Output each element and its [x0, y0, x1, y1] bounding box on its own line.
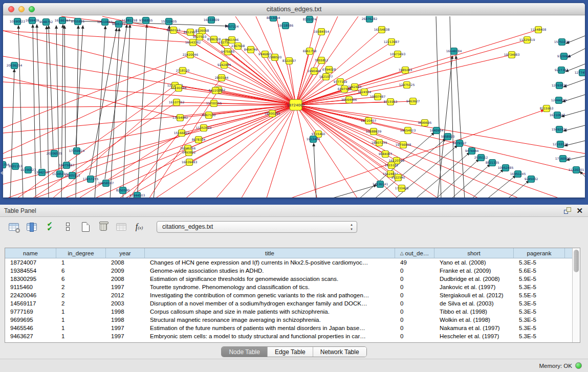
close-panel-icon[interactable]: ✕	[576, 207, 583, 214]
select-all-button[interactable]: ✔✔	[43, 220, 56, 233]
graph-node[interactable]: 11353594	[196, 125, 212, 132]
graph-node[interactable]: 15692931	[552, 126, 568, 133]
table-scrollbar[interactable]	[572, 248, 580, 342]
zoom-window-button[interactable]	[29, 6, 35, 12]
graph-node[interactable]: 20036254	[7, 62, 23, 69]
graph-node[interactable]: 9048752	[39, 19, 53, 26]
network-graph[interactable]: 1830029586601238912955822605893275031654…	[3, 16, 585, 198]
graph-node[interactable]: 13942737	[34, 169, 50, 176]
graph-node[interactable]: 12103125	[553, 141, 569, 148]
table-row[interactable]: 977716911998Corpus callosum shape and si…	[5, 308, 572, 316]
table-row[interactable]: 1456911722003Disruption of a novel membe…	[5, 299, 572, 308]
graph-node[interactable]: 16033809	[204, 17, 220, 24]
graph-node[interactable]: 19734983	[504, 52, 520, 58]
table-selector-dropdown[interactable]: citations_edges.txt ▲▼	[157, 221, 357, 233]
network-window[interactable]: citations_edges.txt 18300295866012389129…	[3, 3, 585, 198]
graph-node[interactable]: 18300295	[265, 111, 280, 117]
graph-node[interactable]: 19384554	[314, 29, 330, 35]
graph-node[interactable]: 1733426	[395, 185, 409, 192]
graph-node[interactable]: 9245032	[525, 176, 538, 183]
graph-node[interactable]: 3624554	[358, 89, 372, 96]
graph-node[interactable]: 12444159	[551, 97, 567, 104]
column-header-title[interactable]: title	[145, 248, 395, 258]
graph-node[interactable]: 11548408	[531, 27, 547, 33]
graph-node[interactable]: 8226058	[195, 28, 209, 34]
delete-column-button[interactable]	[97, 220, 110, 233]
graph-node[interactable]: 12774566	[575, 70, 585, 76]
table-row[interactable]: 969969511998Structural magnetic resonanc…	[5, 316, 572, 324]
graph-node[interactable]: 1659409	[26, 17, 39, 24]
graph-node[interactable]: 16154838	[374, 27, 390, 33]
graph-node[interactable]: 2367608	[231, 43, 245, 50]
graph-node[interactable]: 1588520	[268, 54, 282, 61]
graph-node[interactable]: 2935112	[474, 155, 488, 161]
network-canvas[interactable]: 1830029586601238912955822605893275031654…	[3, 16, 585, 198]
table-row[interactable]: 946362711997Embryonic stem cells: a mode…	[5, 332, 572, 340]
graph-node[interactable]: 8755811	[71, 18, 85, 25]
graph-node[interactable]: 12610651	[97, 19, 113, 26]
table-row[interactable]: 1830029562008Estimation of significance …	[5, 275, 572, 283]
graph-node[interactable]: 20206535	[47, 150, 62, 157]
graph-node[interactable]: 17957255	[83, 176, 99, 183]
table-settings-button[interactable]	[7, 220, 20, 233]
column-header-name[interactable]: name	[5, 248, 56, 258]
graph-node[interactable]: 8322037	[282, 58, 296, 64]
delete-table-button[interactable]	[115, 220, 128, 233]
deselect-all-button[interactable]	[61, 220, 74, 233]
table-row[interactable]: 1938455462009Genome-wide association stu…	[5, 267, 572, 275]
graph-node[interactable]: 1913484	[307, 136, 320, 143]
graph-node[interactable]: 16166157	[55, 17, 71, 24]
graph-node[interactable]: 5493822	[182, 149, 196, 156]
tab-network-table[interactable]: Network Table	[313, 347, 366, 357]
graph-node[interactable]: 8813054	[267, 16, 280, 21]
graph-node[interactable]: 12905113	[64, 172, 80, 179]
float-panel-icon[interactable]	[564, 207, 571, 214]
table-row[interactable]: 946554611997Estimation of the future num…	[5, 324, 572, 332]
graph-node[interactable]: 10590822	[10, 18, 26, 25]
graph-node[interactable]: 7857224	[225, 24, 239, 30]
graph-node[interactable]: 9227343	[555, 67, 569, 74]
graph-node[interactable]: 15720407	[361, 118, 377, 124]
graph-node[interactable]: 6961758	[303, 48, 317, 55]
tab-edge-table[interactable]: Edge Table	[268, 347, 313, 357]
graph-node[interactable]: 9242844	[217, 62, 231, 69]
graph-node[interactable]: 18807249	[372, 140, 387, 146]
select-column-button[interactable]	[25, 220, 38, 233]
graph-node[interactable]: 11220301	[569, 167, 584, 173]
graph-node[interactable]: 5958923	[441, 134, 455, 140]
graph-node[interactable]: 10975887	[59, 162, 75, 169]
graph-node[interactable]: 9329966	[557, 53, 571, 60]
graph-node[interactable]: 9684067	[379, 151, 393, 158]
column-header-pagerank[interactable]: pagerank	[514, 248, 565, 258]
graph-node[interactable]: 11325419	[519, 37, 535, 43]
table-row[interactable]: 911546021997Tourette syndrome. Phenomeno…	[5, 283, 572, 291]
tab-node-table[interactable]: Node Table	[222, 347, 268, 357]
graph-node[interactable]: 8454749	[244, 47, 258, 53]
graph-node[interactable]: 15166822	[174, 130, 190, 137]
graph-node[interactable]: 17160995	[555, 156, 571, 162]
graph-node[interactable]: 9474444	[465, 148, 479, 155]
graph-node[interactable]: 8250580	[116, 187, 130, 194]
graph-node[interactable]: 8131074	[303, 16, 317, 23]
close-window-button[interactable]	[8, 6, 14, 12]
graph-node[interactable]: 19756928	[396, 142, 411, 148]
graph-node[interactable]: 10958107	[98, 180, 114, 187]
graph-node[interactable]: 9475685	[221, 49, 235, 55]
graph-node[interactable]: 9699695	[418, 120, 432, 126]
graph-node[interactable]: 7955812	[315, 57, 329, 64]
graph-node[interactable]: 20564486	[341, 97, 357, 103]
graph-node[interactable]: 10688639	[366, 128, 382, 135]
graph-node[interactable]: 15751074	[554, 39, 570, 46]
new-column-button[interactable]	[79, 220, 92, 233]
scrollbar-thumb[interactable]	[574, 250, 579, 272]
graph-node[interactable]: 10807487	[370, 94, 386, 100]
column-header-short[interactable]: short	[434, 248, 514, 258]
table-row[interactable]: 1872400712008Changes of HCN gene express…	[5, 258, 572, 267]
graph-node[interactable]: 13654982	[172, 115, 188, 121]
graph-node[interactable]: 8715953	[384, 99, 398, 105]
function-builder-button[interactable]: f(x)	[133, 220, 146, 233]
graph-node[interactable]: 1990448	[308, 68, 321, 75]
graph-node[interactable]: 16951245	[510, 171, 526, 178]
graph-node[interactable]: 12093832	[552, 82, 568, 89]
graph-node[interactable]: 26876282	[362, 16, 378, 23]
